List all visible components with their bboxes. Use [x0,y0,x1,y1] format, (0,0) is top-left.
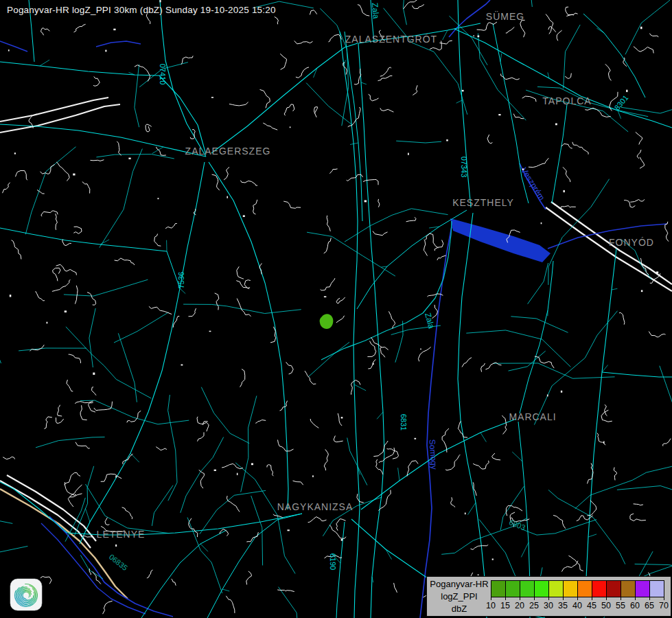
settlement-dot [465,513,466,515]
settlement-mark [506,27,515,33]
settlement-mark [30,345,44,351]
settlement-mark [255,420,266,424]
settlement-dot [115,545,117,547]
settlement-dot [626,90,627,92]
settlement-mark [324,238,332,253]
road-number-label: 6831 [399,414,408,431]
minor-road [621,95,672,113]
minor-road [135,65,139,127]
settlement-mark [226,596,235,613]
settlement-mark [435,240,443,251]
settlement-dot [290,126,291,128]
settlement-mark [336,297,345,304]
settlement-mark [380,108,394,112]
legend-swatch [534,580,549,597]
minor-road [386,549,392,560]
minor-road [200,544,208,551]
settlement-mark [426,233,439,248]
minor-road [25,147,76,235]
legend-site-label: Poganyvar-HR [428,578,491,591]
legend-tick [577,597,578,600]
minor-road [19,348,86,351]
settlement-mark [663,439,671,446]
legend-tick [548,597,549,600]
settlement-mark [227,496,240,512]
settlement-dot [473,36,474,37]
legend-swatch [548,580,564,597]
legend-tick [534,597,535,600]
settlement-mark [127,411,141,422]
settlement-mark [561,144,572,148]
settlement-mark [105,518,109,525]
settlement-mark [240,181,257,186]
map-line [458,213,487,618]
minor-road [398,468,399,481]
settlement-mark [52,279,71,291]
settlement-mark [387,448,399,459]
settlement-mark [378,76,393,80]
legend-names: Poganyvar-HR logZ_PPI dbZ [428,578,491,615]
settlement-mark [40,164,55,174]
settlement-mark [310,10,316,15]
map-line [141,530,227,618]
city-label: MARCALI [509,411,556,422]
settlement-dot [341,539,343,541]
map-line [0,124,206,157]
minor-road [307,232,395,276]
settlement-mark [406,217,416,222]
minor-road [80,400,189,424]
settlement-mark [181,56,193,65]
settlement-mark [115,258,135,265]
settlement-mark [246,571,252,585]
settlement-mark [418,347,430,361]
settlement-mark [237,266,244,279]
legend-tick-label: 70 [656,601,672,610]
settlement-mark [203,422,209,431]
settlement-dot [288,529,290,531]
settlement-dot [603,442,605,444]
settlement-mark [310,419,318,428]
minor-road [443,30,448,40]
minor-road [617,486,672,492]
settlement-mark [378,490,391,511]
minor-road [493,363,615,378]
road-number-label: 07410 [159,64,167,85]
minor-road [660,366,672,474]
settlement-mark [91,160,104,161]
settlement-dot [227,196,228,198]
settlement-dot [93,373,95,375]
settlement-mark [87,293,96,306]
map-line [0,228,180,288]
legend-product-label: logZ_PPI [428,591,491,603]
minor-road [201,387,249,444]
minor-road [612,288,617,290]
legend-unit-label: dbZ [428,603,491,615]
minor-road [466,330,570,367]
settlement-mark [471,545,489,549]
settlement-mark [229,102,248,106]
settlement-mark [634,47,653,54]
settlement-mark [283,201,301,208]
settlement-dot [105,50,106,52]
settlement-mark [83,536,92,537]
settlement-mark [56,214,58,230]
settlement-mark [215,293,219,310]
minor-road [548,490,625,564]
settlement-mark [637,150,641,159]
minor-road [480,433,486,442]
settlement-mark [68,494,82,507]
settlement-mark [572,142,588,154]
settlement-mark [412,5,424,9]
settlement-mark [413,85,417,95]
settlement-mark [566,7,574,15]
settlement-mark [74,24,86,32]
settlement-mark [172,579,176,586]
settlement-mark [321,278,335,290]
map-line [159,76,206,154]
settlement-mark [522,96,536,102]
minor-road [384,8,467,115]
settlement-mark [568,556,583,571]
settlement-dot [158,198,159,199]
legend-swatch [491,580,506,597]
settlement-mark [294,41,313,44]
